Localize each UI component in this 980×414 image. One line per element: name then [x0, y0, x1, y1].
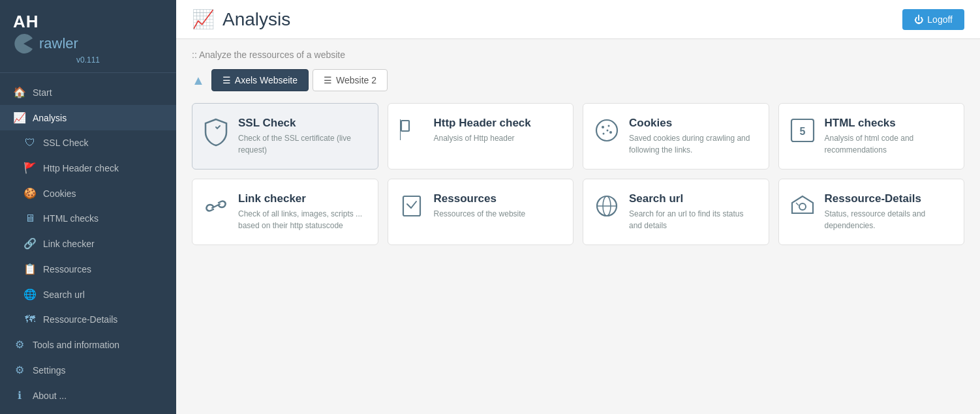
main-content: 📈 Analysis ⏻ Logoff :: Analyze the resso…: [176, 0, 980, 414]
page-title-area: 📈 Analysis: [192, 8, 290, 30]
sidebar-item-http-header[interactable]: 🚩 Http Header check: [0, 155, 176, 181]
sidebar-item-start[interactable]: 🏠 Start: [0, 80, 176, 105]
card-ssl-title: SSL Check: [238, 117, 367, 130]
sidebar-item-ressources[interactable]: 📋 Ressources: [0, 256, 176, 282]
subtitle: :: Analyze the ressources of a website: [192, 50, 964, 60]
card-search-url[interactable]: Search url Search for an url to find its…: [583, 179, 769, 245]
card-ressources-icon: [399, 194, 425, 224]
settings-icon: ⚙: [13, 364, 26, 376]
sidebar-item-search-url-label: Search url: [43, 289, 85, 300]
card-search-url-desc: Search for an url to find its status and…: [629, 208, 758, 231]
page-title-icon: 📈: [192, 8, 215, 30]
about-icon: ℹ: [13, 389, 26, 402]
card-search-url-body: Search url Search for an url to find its…: [629, 192, 758, 231]
card-cookies-body: Cookies Saved cookies during crawling an…: [629, 117, 758, 156]
analysis-icon: 📈: [13, 111, 26, 124]
tab-axels-webseite[interactable]: ☰ Axels Webseite: [211, 69, 309, 91]
search-url-icon: 🌐: [23, 288, 37, 301]
ssl-icon: 🛡: [23, 137, 37, 149]
card-ressource-details[interactable]: Ressource-Details Status, ressource deta…: [778, 179, 965, 245]
card-html-checks[interactable]: 5 HTML checks Analysis of html code and …: [778, 103, 965, 170]
svg-rect-0: [401, 121, 409, 131]
svg-rect-11: [403, 196, 420, 216]
card-cookies-desc: Saved cookies during crawling and follow…: [629, 132, 758, 156]
logoff-button[interactable]: ⏻ Logoff: [902, 9, 964, 30]
card-cookies-icon: [594, 118, 620, 148]
card-http-icon: [399, 118, 425, 147]
http-icon: 🚩: [23, 162, 37, 174]
sidebar-item-link-label: Link checker: [43, 239, 95, 249]
ressources-icon: 📋: [23, 263, 37, 275]
svg-point-4: [608, 125, 610, 127]
up-arrow-icon[interactable]: ▲: [192, 73, 205, 88]
sidebar-item-html-checks[interactable]: 🖥 HTML checks: [0, 206, 176, 231]
content-area: :: Analyze the ressources of a website ▲…: [176, 39, 980, 414]
card-http-title: Http Header check: [434, 117, 531, 130]
sidebar: AH rawler v0.111 🏠 Start 📈 Analysis 🛡 SS…: [0, 0, 176, 414]
card-html-desc: Analysis of html code and recommendation…: [825, 132, 954, 156]
card-ressource-details-desc: Status, ressource details and dependenci…: [825, 208, 954, 231]
topbar: 📈 Analysis ⏻ Logoff: [176, 0, 980, 39]
card-ressources-body: Ressources Ressources of the website: [434, 192, 526, 220]
sidebar-item-about-label: About ...: [33, 391, 67, 401]
logo-crawler: rawler: [39, 35, 78, 52]
sidebar-item-tools-label: Tools and information: [33, 340, 119, 350]
card-http-header[interactable]: Http Header check Analysis of Http heade…: [388, 103, 574, 170]
sidebar-item-tools[interactable]: ⚙ Tools and information: [0, 332, 176, 357]
sidebar-item-html-label: HTML checks: [43, 213, 99, 224]
card-search-url-icon: [594, 194, 620, 224]
sidebar-item-search-url[interactable]: 🌐 Search url: [0, 282, 176, 307]
sidebar-item-ssl-check[interactable]: 🛡 SSL Check: [0, 130, 176, 155]
sidebar-item-ressource-details-label: Ressource-Details: [43, 314, 117, 325]
tab-website2[interactable]: ☰ Website 2: [313, 69, 388, 91]
pacman-icon: [13, 33, 34, 54]
card-cookies-title: Cookies: [629, 117, 758, 130]
page-title: Analysis: [222, 9, 290, 30]
sidebar-item-ressources-label: Ressources: [43, 264, 91, 274]
sidebar-item-cookies[interactable]: 🍪 Cookies: [0, 181, 176, 206]
svg-point-3: [602, 126, 604, 128]
tab-axels-label: Axels Webseite: [235, 75, 298, 85]
card-cookies[interactable]: Cookies Saved cookies during crawling an…: [583, 103, 769, 170]
logoff-label: Logoff: [927, 14, 953, 25]
card-ressources-desc: Ressources of the website: [434, 208, 526, 220]
tools-icon: ⚙: [13, 338, 26, 351]
sidebar-item-ressource-details[interactable]: 🗺 Ressource-Details: [0, 307, 176, 332]
sidebar-item-ssl-label: SSL Check: [43, 138, 89, 148]
card-http-desc: Analysis of Http header: [434, 132, 531, 144]
sidebar-item-settings[interactable]: ⚙ Settings: [0, 357, 176, 383]
card-ressource-details-icon: [789, 194, 816, 224]
card-html-body: HTML checks Analysis of html code and re…: [825, 117, 954, 156]
sidebar-item-link-checker[interactable]: 🔗 Link checker: [0, 231, 176, 256]
svg-point-7: [607, 130, 609, 132]
html-icon: 🖥: [23, 213, 37, 224]
card-ssl-icon: [203, 118, 229, 152]
svg-point-15: [799, 203, 806, 210]
sidebar-item-about[interactable]: ℹ About ...: [0, 383, 176, 408]
sidebar-item-analysis[interactable]: 📈 Analysis: [0, 105, 176, 130]
card-html-title: HTML checks: [825, 117, 954, 130]
card-link-body: Link checker Check of all links, images,…: [238, 192, 367, 231]
tabs-row: ▲ ☰ Axels Webseite ☰ Website 2: [192, 69, 964, 91]
card-html-icon: 5: [789, 118, 816, 148]
sidebar-item-settings-label: Settings: [33, 365, 66, 376]
card-search-url-title: Search url: [629, 192, 758, 205]
link-icon: 🔗: [23, 237, 37, 250]
home-icon: 🏠: [13, 86, 26, 98]
card-link-desc: Check of all links, images, scripts ... …: [238, 208, 367, 231]
card-link-checker[interactable]: Link checker Check of all links, images,…: [192, 179, 378, 245]
tab-axels-icon: ☰: [222, 75, 231, 85]
sidebar-item-cookies-label: Cookies: [43, 188, 76, 199]
svg-line-16: [796, 203, 799, 205]
card-link-icon: [203, 194, 229, 224]
card-link-title: Link checker: [238, 192, 367, 205]
card-ressources[interactable]: Ressources Ressources of the website: [388, 179, 574, 245]
card-http-body: Http Header check Analysis of Http heade…: [434, 117, 531, 144]
cookies-icon: 🍪: [23, 187, 37, 200]
cards-grid: SSL Check Check of the SSL certificate (…: [192, 103, 964, 245]
svg-point-6: [603, 133, 605, 135]
card-ssl-check[interactable]: SSL Check Check of the SSL certificate (…: [192, 103, 378, 170]
sidebar-item-start-label: Start: [33, 87, 52, 98]
logoff-icon: ⏻: [914, 14, 923, 25]
card-ressources-title: Ressources: [434, 192, 526, 205]
